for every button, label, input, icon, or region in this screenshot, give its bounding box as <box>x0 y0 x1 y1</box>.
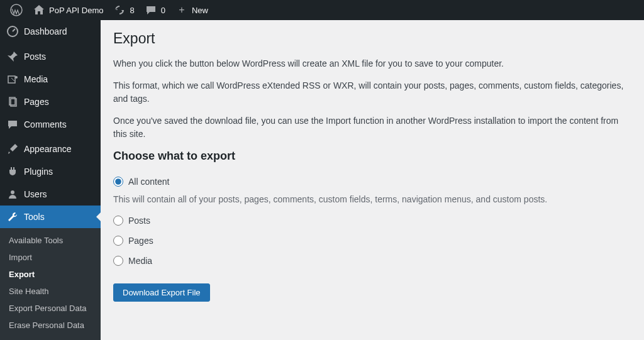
sidebar-item-plugins[interactable]: Plugins <box>0 160 101 183</box>
svg-rect-2 <box>8 76 15 83</box>
radio-pages[interactable] <box>113 236 123 246</box>
option-posts[interactable]: Posts <box>113 211 631 231</box>
sidebar-item-label: Users <box>24 189 47 199</box>
tools-submenu: Available Tools Import Export Site Healt… <box>0 228 101 340</box>
sidebar-item-label: Plugins <box>24 167 53 177</box>
sidebar-item-dashboard[interactable]: Dashboard <box>0 20 101 43</box>
sidebar-item-label: Posts <box>24 52 46 62</box>
refresh-icon <box>113 4 126 16</box>
submenu-available-tools[interactable]: Available Tools <box>0 232 101 249</box>
intro-paragraph-2: This format, which we call WordPress eXt… <box>113 79 631 106</box>
pages-icon <box>6 96 19 108</box>
download-export-button[interactable]: Download Export File <box>113 283 210 302</box>
svg-point-3 <box>15 76 18 79</box>
option-label: All content <box>128 177 169 187</box>
page-title: Export <box>113 30 631 47</box>
submenu-erase-personal-data[interactable]: Erase Personal Data <box>0 317 101 334</box>
submenu-export-personal-data[interactable]: Export Personal Data <box>0 300 101 317</box>
option-label: Media <box>128 256 152 266</box>
pin-icon <box>6 50 19 63</box>
export-options: All content This will contain all of you… <box>113 172 631 271</box>
option-label: Pages <box>128 236 153 246</box>
sidebar-item-label: Media <box>24 74 48 84</box>
sidebar-item-pages[interactable]: Pages <box>0 90 101 113</box>
submenu-export[interactable]: Export <box>0 266 101 283</box>
option-all-content[interactable]: All content <box>113 172 631 192</box>
option-label: Posts <box>128 216 150 226</box>
new-label: New <box>192 6 208 15</box>
intro-paragraph-3: Once you've saved the download file, you… <box>113 114 631 141</box>
submenu-site-health[interactable]: Site Health <box>0 283 101 300</box>
wordpress-icon <box>10 4 23 16</box>
sidebar-item-label: Comments <box>24 119 67 129</box>
media-icon <box>6 73 19 85</box>
comment-icon <box>145 4 157 16</box>
comments-link[interactable]: 0 <box>140 0 170 20</box>
radio-posts[interactable] <box>113 216 123 226</box>
sidebar-item-label: Pages <box>24 97 49 107</box>
sidebar-item-label: Dashboard <box>24 26 67 36</box>
new-content[interactable]: + New <box>170 0 213 20</box>
sidebar-item-users[interactable]: Users <box>0 183 101 206</box>
admin-sidebar: Dashboard Posts Media Pages Comments App… <box>0 20 101 340</box>
submenu-import[interactable]: Import <box>0 249 101 266</box>
main-content: Export When you click the button below W… <box>101 20 644 340</box>
sidebar-item-label: Tools <box>24 212 45 222</box>
radio-all-content[interactable] <box>113 177 123 187</box>
updates-link[interactable]: 8 <box>108 0 139 20</box>
brush-icon <box>6 143 19 155</box>
comments-icon <box>6 118 19 131</box>
user-icon <box>6 188 19 200</box>
option-all-description: This will contain all of your posts, pag… <box>113 194 631 204</box>
home-icon <box>33 4 45 16</box>
wrench-icon <box>6 211 19 223</box>
sidebar-item-media[interactable]: Media <box>0 68 101 90</box>
plug-icon <box>6 165 19 178</box>
intro-paragraph-1: When you click the button below WordPres… <box>113 57 631 70</box>
sidebar-item-appearance[interactable]: Appearance <box>0 138 101 160</box>
updates-count: 8 <box>130 6 134 15</box>
sidebar-item-tools[interactable]: Tools <box>0 206 101 228</box>
sidebar-item-label: Appearance <box>24 144 72 154</box>
option-media[interactable]: Media <box>113 251 631 271</box>
sidebar-item-posts[interactable]: Posts <box>0 45 101 68</box>
comments-count: 0 <box>161 6 165 15</box>
site-name: PoP API Demo <box>49 6 103 15</box>
plus-icon: + <box>175 4 188 16</box>
option-pages[interactable]: Pages <box>113 231 631 251</box>
export-heading: Choose what to export <box>113 150 631 163</box>
radio-media[interactable] <box>113 256 123 266</box>
wp-logo[interactable] <box>5 0 28 20</box>
admin-toolbar: PoP API Demo 8 0 + New <box>0 0 644 20</box>
site-home[interactable]: PoP API Demo <box>28 0 108 20</box>
dashboard-icon <box>6 25 19 38</box>
sidebar-item-comments[interactable]: Comments <box>0 113 101 136</box>
svg-point-6 <box>11 190 14 194</box>
